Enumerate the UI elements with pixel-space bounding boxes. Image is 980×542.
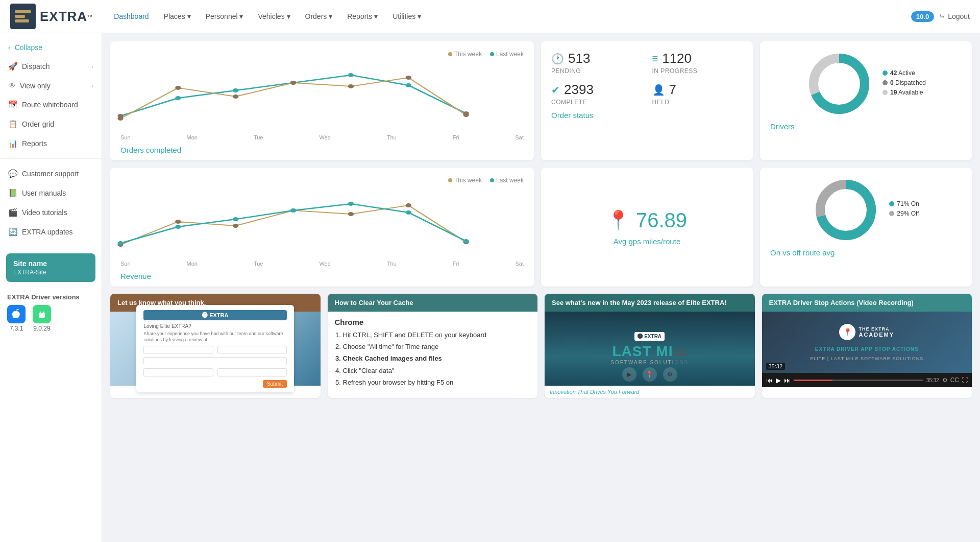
cache-step-1: Hit CTRL, SHIFT and DELETE on your keybo… — [343, 331, 531, 340]
legend-off: 29% Off — [889, 210, 919, 217]
order-status-card: 🕐 513 Pending ≡ 1120 In progress — [541, 41, 753, 160]
revenue-title: Revenue — [120, 272, 524, 280]
sidebar-item-customer-support[interactable]: 💬 Customer support — [0, 164, 102, 183]
revenue-chart-area — [120, 186, 524, 257]
svg-rect-2 — [15, 15, 25, 18]
sidebar-user-manuals-label: User manuals — [22, 189, 66, 197]
reports-icon: 📊 — [8, 139, 18, 148]
driver-versions: EXTRA Driver versions 7.3.1 — [0, 288, 102, 337]
legend-active: 42 Active — [883, 69, 926, 77]
version-badge: 10.0 — [911, 11, 934, 22]
svg-point-32 — [233, 217, 238, 221]
sidebar-item-route-whiteboard[interactable]: 📅 Route whiteboard — [0, 95, 102, 114]
check-icon: ✔ — [551, 84, 560, 96]
label-thu: Thu — [387, 134, 397, 140]
video-controls[interactable]: ⏮ ▶ ⏭ 35:32 ⚙ CC ⛶ — [762, 373, 972, 387]
status-progress-num: ≡ 1120 — [652, 51, 743, 66]
sidebar-video-tutorials-label: Video tutorials — [22, 208, 67, 217]
legend-dispatched: 0 Dispatched — [883, 79, 926, 86]
fullscreen-icon[interactable]: ⛶ — [962, 376, 968, 384]
svg-point-27 — [348, 212, 354, 216]
video-card-subtitle: ELITE | LAST MILE SOFTWARE SOLUTIONS — [810, 356, 923, 361]
settings-icon[interactable]: ⚙ — [942, 376, 948, 384]
sidebar-site: Site name EXTRA-Site — [6, 253, 95, 282]
svg-point-18 — [406, 76, 411, 80]
order-grid-icon: 📋 — [8, 120, 18, 129]
revenue-chart-labels: Sun Mon Tue Wed Thu Fri Sat — [120, 261, 524, 267]
nav-personnel[interactable]: Personnel ▾ — [200, 8, 250, 25]
label-tue: Tue — [254, 134, 263, 140]
on-off-donut-container: 71% On 29% Off — [770, 177, 962, 243]
main-nav: Dashboard Places ▾ Personnel ▾ Vehicles … — [108, 8, 911, 25]
play-button[interactable]: ▶ — [776, 376, 781, 384]
video-progress[interactable] — [794, 380, 923, 381]
svg-rect-3 — [15, 19, 29, 22]
orders-chart-area — [120, 60, 524, 131]
hold-icon: 👤 — [652, 84, 665, 96]
sidebar-customer-support-label: Customer support — [22, 170, 79, 178]
status-in-progress: ≡ 1120 In progress — [652, 51, 743, 75]
status-complete-label: Complete — [551, 99, 642, 106]
collapse-label: Collapse — [15, 43, 42, 52]
status-held: 👤 7 Held — [652, 82, 743, 106]
sidebar-item-video-tutorials[interactable]: 🎬 Video tutorials — [0, 203, 102, 222]
svg-point-24 — [175, 220, 181, 224]
active-dot — [883, 70, 888, 76]
sidebar-item-viewonly[interactable]: 👁 View only › — [0, 76, 102, 95]
revenue-card: This week Last week — [110, 168, 534, 287]
nav-orders[interactable]: Orders ▾ — [299, 8, 339, 25]
logout-button[interactable]: ⤷ Logout — [939, 12, 970, 20]
top-row: This week Last week — [110, 41, 972, 160]
feedback-image: 🅧 EXTRA Loving Elite EXTRA? Share your e… — [110, 312, 321, 386]
logo[interactable]: EXTRA™ — [10, 4, 92, 29]
logo-tm: ™ — [87, 14, 92, 19]
cache-step-2: Choose "All time" for Time range — [343, 342, 531, 351]
viewonly-icon: 👁 — [8, 81, 16, 90]
order-status-title: Order status — [551, 111, 743, 120]
active-count: 42 Active — [890, 69, 915, 77]
cache-step-4: Click "Clear data" — [343, 366, 531, 375]
orders-chart-labels: Sun Mon Tue Wed Thu Fri Sat — [120, 134, 524, 140]
sidebar-collapse[interactable]: ‹ Collapse — [0, 38, 102, 57]
sidebar-item-reports[interactable]: 📊 Reports — [0, 134, 102, 153]
status-grid: 🕐 513 Pending ≡ 1120 In progress — [551, 51, 743, 106]
svg-point-11 — [406, 83, 411, 87]
drivers-legend: 42 Active 0 Dispatched 19 Available — [883, 69, 926, 99]
sidebar-item-order-grid[interactable]: 📋 Order grid — [0, 114, 102, 134]
label-fri: Fri — [453, 134, 459, 140]
svg-point-35 — [406, 210, 411, 215]
list-icon: ≡ — [652, 53, 658, 64]
nav-utilities[interactable]: Utilities ▾ — [386, 8, 427, 25]
cache-body: Chrome Hit CTRL, SHIFT and DELETE on you… — [328, 312, 538, 396]
logo-image — [10, 4, 36, 29]
apple-icon — [7, 305, 26, 323]
logout-label: Logout — [948, 12, 970, 20]
nav-places[interactable]: Places ▾ — [158, 8, 197, 25]
android-icon — [33, 305, 51, 323]
cc-icon[interactable]: CC — [950, 376, 959, 384]
svg-point-17 — [348, 84, 354, 88]
status-held-label: Held — [652, 99, 743, 106]
nav-reports[interactable]: Reports ▾ — [341, 8, 384, 25]
video-header: EXTRA Driver Stop Actions (Video Recordi… — [762, 294, 972, 312]
video-time: 35:32 — [926, 378, 939, 383]
svg-point-25 — [233, 224, 238, 228]
whats-new-header: See what's new in the May 2023 release o… — [545, 294, 755, 312]
header-right: 10.0 ⤷ Logout — [911, 11, 970, 22]
feedback-body: 🅧 EXTRA Loving Elite EXTRA? Share your e… — [110, 312, 321, 386]
svg-point-36 — [463, 239, 469, 243]
next-frame-button[interactable]: ⏭ — [784, 376, 791, 384]
nav-dashboard[interactable]: Dashboard — [108, 8, 155, 25]
sidebar-item-user-manuals[interactable]: 📗 User manuals — [0, 183, 102, 203]
extra-updates-icon: 🔄 — [8, 227, 18, 237]
nav-vehicles[interactable]: Vehicles ▾ — [252, 8, 296, 25]
legend-last-week: Last week — [490, 51, 524, 58]
sidebar-item-dispatch[interactable]: 🚀 Dispatch › — [0, 57, 102, 76]
prev-frame-button[interactable]: ⏮ — [766, 376, 773, 384]
status-complete-num: ✔ 2393 — [551, 82, 642, 98]
svg-rect-1 — [15, 10, 31, 13]
software-solutions-text: SOFTWARE SOLUTIONS — [610, 360, 689, 365]
sidebar-item-extra-updates[interactable]: 🔄 EXTRA updates — [0, 222, 102, 242]
video-card: EXTRA Driver Stop Actions (Video Recordi… — [762, 294, 972, 398]
driver-versions-title: EXTRA Driver versions — [7, 293, 94, 301]
